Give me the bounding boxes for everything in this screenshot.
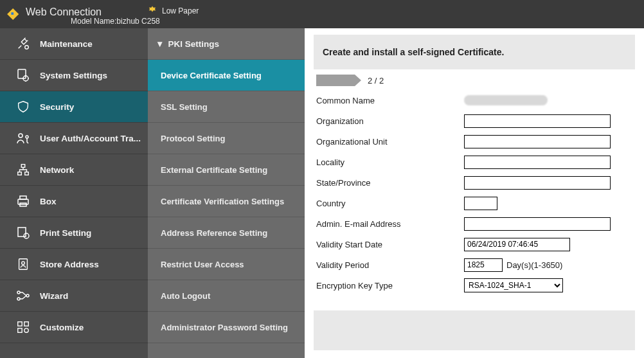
collapse-triangle-icon: ▼ — [156, 39, 164, 49]
tools-icon — [14, 35, 32, 53]
svg-point-23 — [24, 328, 28, 332]
validity-period-field[interactable] — [464, 258, 503, 272]
subnav-item-admin-password[interactable]: Administrator Password Setting — [148, 312, 305, 343]
sidebar-item-label: Wizard — [40, 291, 68, 301]
sidebar-item-system-settings[interactable]: System Settings — [0, 60, 148, 91]
subnav-item-external-cert[interactable]: External Certificate Setting — [148, 154, 305, 186]
svg-rect-1 — [11, 12, 13, 15]
subnav-item-protocol[interactable]: Protocol Setting — [148, 123, 305, 154]
subnav-section-title: PKI Settings — [168, 39, 219, 49]
sidebar-item-label: System Settings — [40, 71, 107, 80]
page-title-text: Create and install a self-signed Certifi… — [323, 47, 504, 57]
subnav-item-label: Address Reference Setting — [161, 228, 267, 238]
app-header: Web Connection Model Name:bizhub C258 Lo… — [0, 0, 644, 28]
organization-field[interactable] — [464, 114, 611, 128]
settings-gear-icon — [14, 66, 32, 84]
sidebar-item-label: Security — [40, 102, 74, 112]
svg-point-2 — [25, 46, 29, 49]
label-locality: Locality — [316, 157, 464, 167]
label-admin-email: Admin. E-mail Address — [316, 219, 464, 229]
sidebar-item-label: Network — [40, 165, 74, 175]
bell-warning-icon — [147, 5, 162, 17]
svg-point-16 — [22, 262, 25, 265]
locality-field[interactable] — [464, 156, 611, 169]
subnav-item-label: Administrator Password Setting — [161, 323, 288, 332]
subnav-item-label: External Certificate Setting — [161, 165, 267, 175]
app-title: Web Connection — [26, 6, 102, 18]
country-field[interactable] — [464, 197, 497, 210]
printer-box-icon — [14, 192, 32, 210]
subnav-item-address-ref[interactable]: Address Reference Setting — [148, 217, 305, 249]
subnav-item-label: Protocol Setting — [161, 134, 225, 143]
model-name-label: Model Name:bizhub C258 — [71, 17, 160, 26]
label-org-unit: Organizational Unit — [316, 137, 464, 147]
svg-rect-13 — [18, 228, 26, 237]
org-unit-field[interactable] — [464, 135, 611, 148]
sidebar-item-network[interactable]: Network — [0, 154, 148, 186]
pagescope-logo-icon — [6, 6, 22, 22]
sidebar-item-box[interactable]: Box — [0, 186, 148, 217]
sidebar-item-label: Print Setting — [40, 228, 91, 238]
subnav-item-label: Restrict User Access — [161, 260, 244, 269]
primary-sidebar: Maintenance System Settings Security Use… — [0, 28, 148, 358]
svg-point-18 — [17, 298, 20, 300]
label-validity-period: Validity Period — [316, 260, 464, 270]
svg-rect-11 — [20, 196, 26, 199]
svg-rect-9 — [25, 172, 29, 175]
common-name-value-redacted — [464, 95, 548, 105]
subnav-section-header[interactable]: ▼ PKI Settings — [148, 28, 305, 60]
svg-point-14 — [24, 233, 29, 238]
svg-rect-7 — [21, 165, 25, 168]
main-content: Create and install a self-signed Certifi… — [305, 28, 644, 358]
subnav-item-ssl[interactable]: SSL Setting — [148, 91, 305, 123]
secondary-sidebar: ▼ PKI Settings Device Certificate Settin… — [148, 28, 305, 358]
svg-point-6 — [26, 136, 28, 138]
sidebar-item-label: Box — [40, 197, 57, 206]
network-icon — [14, 161, 32, 179]
subnav-item-cert-verify[interactable]: Certificate Verification Settings — [148, 186, 305, 217]
sidebar-item-store-address[interactable]: Store Address — [0, 249, 148, 280]
svg-rect-3 — [18, 69, 26, 78]
sidebar-item-user-auth[interactable]: User Auth/Account Tra... — [0, 123, 148, 154]
svg-point-17 — [17, 291, 20, 294]
subnav-item-label: Device Certificate Setting — [161, 71, 262, 80]
sidebar-item-label: Customize — [40, 323, 84, 332]
shield-icon — [14, 98, 32, 116]
svg-point-19 — [26, 294, 29, 297]
progress-arrow-icon — [316, 75, 355, 86]
state-field[interactable] — [464, 176, 611, 190]
label-country: Country — [316, 199, 464, 208]
subnav-item-auto-logout[interactable]: Auto Logout — [148, 280, 305, 312]
status-low-paper: Low Paper — [147, 5, 199, 17]
sidebar-item-wizard[interactable]: Wizard — [0, 280, 148, 312]
subnav-item-label: SSL Setting — [161, 102, 208, 112]
sidebar-item-label: Store Address — [40, 260, 99, 269]
sidebar-item-label: Maintenance — [40, 39, 93, 49]
footer-action-bar — [314, 310, 635, 350]
address-book-icon — [14, 255, 32, 273]
step-text: 2 / 2 — [368, 76, 384, 85]
svg-rect-8 — [18, 172, 22, 175]
subnav-item-restrict-user[interactable]: Restrict User Access — [148, 249, 305, 280]
enc-key-type-select[interactable]: RSA-1024_SHA-1 — [464, 278, 563, 292]
status-low-paper-label: Low Paper — [162, 6, 199, 15]
svg-rect-22 — [18, 328, 22, 332]
subnav-item-label: Certificate Verification Settings — [161, 197, 284, 206]
validity-period-units: Day(s)(1-3650) — [506, 260, 562, 270]
label-state: State/Province — [316, 178, 464, 188]
sidebar-item-maintenance[interactable]: Maintenance — [0, 28, 148, 60]
label-organization: Organization — [316, 116, 464, 126]
print-gear-icon — [14, 224, 32, 242]
admin-email-field[interactable] — [464, 217, 611, 231]
grid-gear-icon — [14, 318, 32, 336]
start-date-field[interactable] — [464, 238, 570, 251]
sidebar-item-label: User Auth/Account Tra... — [40, 134, 141, 143]
label-start-date: Validity Start Date — [316, 240, 464, 249]
sidebar-item-security[interactable]: Security — [0, 91, 148, 123]
subnav-item-label: Auto Logout — [161, 291, 210, 301]
sidebar-item-customize[interactable]: Customize — [0, 312, 148, 343]
subnav-item-device-cert[interactable]: Device Certificate Setting — [148, 60, 305, 91]
svg-rect-20 — [18, 322, 22, 326]
svg-rect-21 — [24, 322, 28, 326]
sidebar-item-print-setting[interactable]: Print Setting — [0, 217, 148, 249]
